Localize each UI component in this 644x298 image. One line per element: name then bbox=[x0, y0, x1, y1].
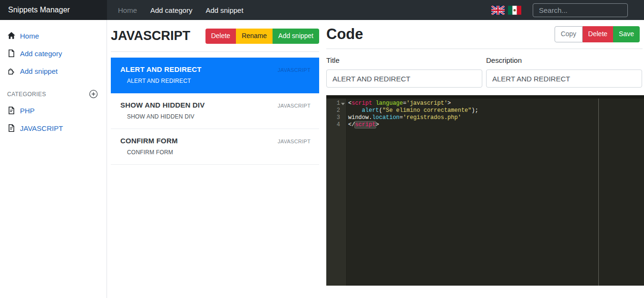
editor-gutter: 1 2 3 4 bbox=[326, 95, 347, 286]
description-label: Description bbox=[486, 56, 642, 64]
code-panel: Code Copy Delete Save Title Description bbox=[319, 20, 644, 298]
snippet-subtitle: CONFIRM FORM bbox=[127, 149, 311, 156]
description-field[interactable] bbox=[486, 70, 642, 88]
sidebar-category-label: PHP bbox=[20, 107, 35, 115]
panel-divider bbox=[326, 49, 643, 49]
page-bottom-strip bbox=[326, 286, 644, 290]
snippet-item-show-and-hidden-div[interactable]: SHOW AND HIDDEN DIV SHOW AND HIDDEN DIV … bbox=[111, 93, 319, 129]
navbar-right bbox=[491, 0, 644, 20]
category-title: JAVASCRIPT bbox=[111, 29, 190, 43]
sidebar: Home Add category Add snippet CATEGORIES bbox=[0, 20, 107, 298]
rename-category-button[interactable]: Rename bbox=[236, 29, 273, 44]
snippet-item-alert-and-redirect[interactable]: ALERT AND REDIRECT ALERT AND REDIRECT JA… bbox=[111, 58, 319, 93]
sidebar-item-home[interactable]: Home bbox=[7, 31, 98, 40]
nav-link-add-snippet[interactable]: Add snippet bbox=[205, 6, 243, 14]
file-text-icon bbox=[7, 106, 16, 115]
snippets-panel: JAVASCRIPT Delete Rename Add snippet ALE… bbox=[107, 20, 319, 298]
snippet-subtitle: SHOW AND HIDDEN DIV bbox=[127, 113, 311, 120]
sidebar-item-add-category[interactable]: Add category bbox=[7, 49, 98, 58]
search-input[interactable] bbox=[533, 3, 628, 17]
code-line: alert("Se elimino correctamente"); bbox=[348, 107, 644, 114]
delete-category-button[interactable]: Delete bbox=[205, 29, 236, 44]
nav-link-home[interactable]: Home bbox=[118, 6, 137, 14]
uk-flag-icon[interactable] bbox=[491, 6, 505, 15]
category-actions: Delete Rename Add snippet bbox=[205, 29, 319, 44]
puzzle-icon bbox=[7, 67, 16, 75]
line-number: 4 bbox=[326, 121, 346, 129]
categories-header: CATEGORIES bbox=[7, 89, 98, 99]
title-field[interactable] bbox=[326, 70, 482, 88]
snippet-category-badge: JAVASCRIPT bbox=[278, 67, 311, 73]
nav-link-add-category[interactable]: Add category bbox=[150, 6, 192, 14]
add-snippet-button[interactable]: Add snippet bbox=[273, 29, 319, 44]
app-brand[interactable]: Snippets Manager bbox=[0, 0, 107, 20]
delete-snippet-button[interactable]: Delete bbox=[583, 26, 613, 42]
categories-heading: CATEGORIES bbox=[7, 91, 46, 98]
file-text-icon bbox=[7, 124, 16, 132]
title-label: Title bbox=[326, 56, 482, 64]
sidebar-category-javascript[interactable]: JAVASCRIPT bbox=[7, 124, 98, 132]
fold-arrow-icon[interactable] bbox=[341, 103, 345, 105]
sidebar-category-php[interactable]: PHP bbox=[7, 106, 98, 115]
sidebar-category-label: JAVASCRIPT bbox=[20, 124, 63, 132]
snippet-item-confirm-form[interactable]: CONFIRM FORM CONFIRM FORM JAVASCRIPT bbox=[111, 129, 319, 165]
code-line: </script> bbox=[348, 121, 644, 129]
panel-divider bbox=[111, 51, 319, 52]
sidebar-item-label: Add snippet bbox=[20, 67, 58, 75]
mexico-flag-icon[interactable] bbox=[508, 6, 521, 15]
line-number: 1 bbox=[326, 100, 346, 107]
snippet-subtitle: ALERT AND REDIRECT bbox=[127, 78, 311, 84]
line-number: 2 bbox=[326, 107, 346, 114]
save-button[interactable]: Save bbox=[613, 26, 640, 42]
code-panel-title: Code bbox=[326, 26, 363, 43]
sidebar-item-label: Add category bbox=[20, 50, 62, 58]
sidebar-item-label: Home bbox=[20, 32, 39, 40]
navbar-links: Home Add category Add snippet bbox=[107, 0, 250, 20]
snippet-category-badge: JAVASCRIPT bbox=[278, 139, 311, 144]
line-number: 3 bbox=[326, 114, 346, 121]
home-icon bbox=[7, 31, 16, 40]
sidebar-item-add-snippet[interactable]: Add snippet bbox=[7, 67, 98, 75]
editor-top-strip bbox=[326, 95, 644, 99]
copy-button[interactable]: Copy bbox=[555, 26, 583, 42]
top-navbar: Snippets Manager Home Add category Add s… bbox=[0, 0, 644, 20]
snippet-list: ALERT AND REDIRECT ALERT AND REDIRECT JA… bbox=[111, 58, 319, 165]
code-line: window.location='registrados.php' bbox=[348, 114, 644, 121]
code-actions: Copy Delete Save bbox=[555, 26, 640, 42]
code-editor[interactable]: 1 2 3 4 <script language='javascript'> a… bbox=[326, 95, 644, 286]
snippet-category-badge: JAVASCRIPT bbox=[278, 103, 311, 109]
editor-code-area[interactable]: <script language='javascript'> alert("Se… bbox=[347, 95, 644, 286]
column-ruler bbox=[598, 95, 599, 286]
code-line: <script language='javascript'> bbox=[348, 100, 644, 107]
file-icon bbox=[7, 49, 16, 58]
plus-circle-icon[interactable] bbox=[89, 89, 98, 99]
